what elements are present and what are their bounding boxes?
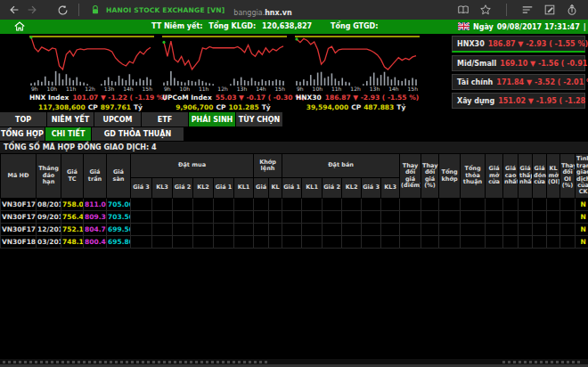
chart-volume-line: 117,308,600CP897.761Tỷ — [29, 102, 154, 112]
tick-label: 9h — [164, 86, 171, 93]
table-cell — [323, 199, 342, 211]
column-header: Giá thấp nhất — [519, 154, 533, 199]
sparkline-chart — [295, 34, 420, 86]
column-subheader: KL2 — [342, 178, 362, 199]
tab-niem-yet[interactable]: NIÊM YẾT — [47, 112, 94, 126]
table-cell — [193, 199, 214, 211]
favorites-star-icon[interactable] — [478, 3, 493, 17]
tab-phai-sinh[interactable]: PHÁI SINH — [189, 112, 235, 126]
index-change: 186.87 ▼ -2.93 ( -1.55 %) — [488, 40, 588, 48]
web-note-icon[interactable] — [543, 3, 557, 17]
table-cell — [362, 224, 381, 236]
table-cell — [560, 199, 576, 211]
table-cell — [400, 224, 421, 236]
index-sidebar: HNX30 186.87 ▼ -2.93 ( -1.55 %) Mid/Smal… — [452, 36, 585, 111]
index-name: HNX30 — [296, 94, 322, 102]
table-cell — [214, 211, 234, 224]
table-cell — [173, 211, 193, 224]
column-subheader: KL1 — [302, 178, 323, 199]
column-header: Thay đổi giá (%) — [421, 154, 439, 199]
column-header: Thay đổi giá (điểm) — [400, 154, 421, 199]
sidebar-item-hnx30[interactable]: HNX30 186.87 ▼ -2.93 ( -1.55 %) — [452, 36, 585, 53]
table-cell: 699.50 — [107, 224, 131, 236]
column-header: KL mở (OI) — [547, 154, 560, 199]
ty-label: Tỷ — [134, 103, 143, 111]
table-cell — [323, 236, 342, 249]
table-cell — [214, 199, 234, 211]
empty-area — [0, 249, 588, 354]
tick-label: 12h — [85, 86, 94, 93]
table-cell — [486, 224, 503, 236]
tab-upcom[interactable]: UPCOM — [94, 112, 141, 126]
market-overview: 9h10h11h12h13h14h15h HNX Index101.07 ▼ -… — [0, 34, 588, 112]
subtab-chi-tiet[interactable]: CHI TIẾT — [45, 127, 91, 141]
table-row[interactable]: VN30F180303/2018748.10800.40695.80N — [1, 236, 588, 249]
column-subheader: Giá — [254, 178, 269, 199]
table-cell — [342, 199, 362, 211]
refresh-icon[interactable] — [55, 3, 69, 17]
table-cell — [269, 236, 282, 249]
table-cell — [533, 224, 547, 236]
column-subheader: KL3 — [381, 178, 400, 199]
table-cell — [547, 211, 560, 224]
column-header: Đặt mua — [131, 154, 254, 178]
table-cell — [131, 211, 152, 224]
table-cell — [547, 224, 560, 236]
sidebar-item-midsmall[interactable]: Mid/Small 169.10 ▼ -1.56 ( -0.91 %) — [452, 55, 585, 71]
table-cell — [560, 224, 576, 236]
table-cell — [254, 211, 269, 224]
tab-etf[interactable]: ETF — [142, 112, 188, 126]
back-icon[interactable] — [7, 3, 21, 17]
share-icon[interactable] — [565, 3, 579, 17]
chart-hnx30-index: 9h10h11h12h13h14h15h HNX30186.87 ▼ -2.93… — [295, 34, 420, 112]
index-label: Tài chính — [457, 78, 493, 86]
table-cell: 800.40 — [84, 236, 107, 249]
table-cell: 03/2018 — [37, 236, 61, 249]
subtab-tong-hop[interactable]: TỔNG HỢP — [0, 127, 45, 141]
language-flag-icon[interactable] — [458, 22, 470, 32]
turnover-value: 897.761 — [101, 103, 131, 111]
table-cell: VN30F1803 — [1, 236, 37, 249]
table-cell — [381, 224, 400, 236]
table-cell — [269, 199, 282, 211]
column-header: Giá TC — [61, 154, 84, 199]
date-label: Ngày — [473, 23, 494, 31]
table-cell: N — [576, 224, 588, 236]
reading-view-icon[interactable] — [456, 3, 470, 17]
hub-icon[interactable] — [520, 3, 535, 17]
table-cell — [547, 236, 560, 249]
table-cell — [342, 236, 362, 249]
tick-label: 14h — [256, 86, 265, 93]
forward-icon[interactable] — [25, 3, 39, 17]
sidebar-item-taichinh[interactable]: Tài chính 171.84 ▼ -3.52 ( -2.01 %) — [452, 74, 585, 90]
derivatives-table: Mã HĐTháng đáo hạnGiá TCGiá trầnGiá sànĐ… — [0, 153, 588, 249]
table-cell — [282, 236, 302, 249]
table-cell — [302, 236, 323, 249]
column-header: Giá mở cửa — [486, 154, 503, 199]
table-cell — [152, 211, 173, 224]
table-cell — [342, 224, 362, 236]
table-cell — [503, 236, 519, 249]
contracts-count-strip: TỔNG SỐ MÃ HỢP ĐỒNG GIAO DỊCH: 4 — [0, 142, 588, 153]
tab-top[interactable]: TOP — [0, 112, 46, 126]
tab-tuy-chon[interactable]: TÙY CHỌN — [236, 112, 282, 126]
tick-label: 10h — [47, 86, 57, 93]
status-divider: | — [584, 23, 586, 31]
table-row[interactable]: VN30F171212/2017752.10804.70699.50N — [1, 224, 588, 236]
tick-label: 11h — [331, 86, 341, 93]
table-cell: 09/2017 — [37, 211, 61, 224]
table-cell: VN30F1712 — [1, 224, 37, 236]
sidebar-item-xaydung[interactable]: Xây dựng 151.02 ▼ -1.95 ( -1.28 %) — [452, 93, 585, 109]
address-url[interactable]: banggia.hnx.vn — [233, 2, 291, 19]
table-cell — [439, 211, 461, 224]
table-cell: N — [576, 236, 588, 249]
table-cell — [131, 224, 152, 236]
footer-text-left — [3, 361, 270, 363]
home-icon[interactable] — [14, 21, 25, 33]
column-subheader: KL3 — [152, 178, 173, 199]
table-row[interactable]: VN30F170808/2017758.00811.00705.00N — [1, 199, 588, 211]
table-row[interactable]: VN30F170909/2017756.40809.30703.50N — [1, 211, 588, 224]
subtab-gd-thoa-thuan[interactable]: GD THỎA THUẬN — [92, 127, 184, 141]
volume-value: 39,594,000 — [306, 103, 348, 111]
table-cell — [302, 211, 323, 224]
